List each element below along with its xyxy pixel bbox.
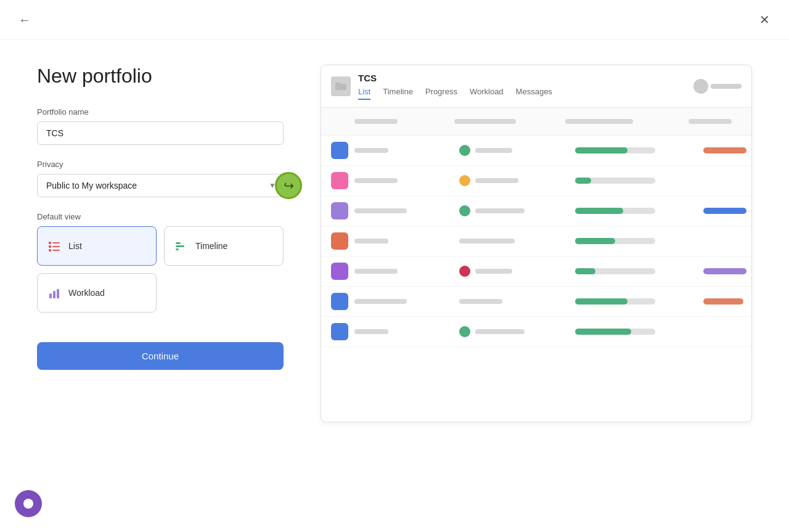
svg-rect-2 xyxy=(49,245,51,248)
col-project xyxy=(331,202,454,219)
col-project xyxy=(331,172,454,189)
assignee-avatar xyxy=(459,175,470,186)
preview-avatar-area xyxy=(693,79,742,94)
bottom-circle-button[interactable] xyxy=(15,490,42,517)
extra-bar xyxy=(703,298,743,305)
col-assignee xyxy=(459,239,570,243)
left-panel: New portfolio Portfolio name Privacy Pub… xyxy=(37,65,284,370)
col-progress xyxy=(575,208,698,214)
progress-fill xyxy=(575,208,623,214)
tab-progress[interactable]: Progress xyxy=(425,87,457,100)
col-assignee xyxy=(459,299,570,304)
privacy-group: Privacy Public to My workspace Private P… xyxy=(37,160,284,197)
col-assignee xyxy=(459,326,570,337)
svg-rect-7 xyxy=(176,245,184,247)
view-options-grid: List Timeline xyxy=(37,226,284,266)
extra-bar xyxy=(703,147,746,153)
col-extra xyxy=(703,208,746,214)
col-header-ph-1 xyxy=(354,119,398,124)
assignee-name-placeholder xyxy=(475,269,512,274)
view-card-list[interactable]: List xyxy=(37,226,157,266)
view-card-timeline[interactable]: Timeline xyxy=(164,226,284,266)
tab-list[interactable]: List xyxy=(358,87,370,100)
preview-panel: TCS List Timeline Progress Workload Mess… xyxy=(321,65,752,422)
privacy-row: Public to My workspace Private Public ▼ … xyxy=(37,174,284,197)
progress-track xyxy=(575,147,655,153)
preview-avatar xyxy=(693,79,708,94)
timeline-view-label: Timeline xyxy=(195,241,227,251)
svg-rect-4 xyxy=(49,249,51,252)
cursor-arrow-icon: ↩ xyxy=(284,178,294,193)
col-assignee xyxy=(459,266,570,277)
assignee-name-placeholder xyxy=(459,299,502,304)
col-project xyxy=(331,232,454,250)
col-progress xyxy=(575,268,698,274)
project-color-dot xyxy=(331,293,348,310)
table-row xyxy=(321,256,751,287)
content-area: New portfolio Portfolio name Privacy Pub… xyxy=(0,40,789,532)
assignee-avatar xyxy=(459,205,470,216)
list-view-icon xyxy=(47,239,61,253)
progress-fill xyxy=(575,268,595,274)
portfolio-name-group: Portfolio name xyxy=(37,107,284,145)
tab-workload[interactable]: Workload xyxy=(470,87,504,100)
assignee-name-placeholder xyxy=(475,148,512,153)
page-title: New portfolio xyxy=(37,65,284,88)
col-header-ph-2 xyxy=(454,119,516,124)
col-project xyxy=(331,263,454,280)
progress-track xyxy=(575,329,655,335)
bottom-circle-inner xyxy=(23,499,33,509)
col-header-assignee xyxy=(454,113,565,130)
col-header-ph-3 xyxy=(565,119,633,124)
timeline-view-icon xyxy=(174,239,188,253)
col-extra xyxy=(703,298,743,305)
table-row xyxy=(321,136,751,166)
col-assignee xyxy=(459,205,570,216)
progress-track xyxy=(575,208,655,214)
col-assignee xyxy=(459,145,570,156)
continue-button[interactable]: Continue xyxy=(37,342,284,370)
progress-fill xyxy=(575,238,615,244)
progress-track xyxy=(575,238,655,244)
view-card-workload[interactable]: Workload xyxy=(37,273,157,313)
table-row xyxy=(321,166,751,196)
table-row xyxy=(321,226,751,256)
project-color-dot xyxy=(331,323,348,340)
preview-tabs: List Timeline Progress Workload Messages xyxy=(358,87,686,100)
svg-rect-1 xyxy=(52,242,60,243)
preview-title: TCS xyxy=(358,73,686,83)
tab-messages[interactable]: Messages xyxy=(516,87,552,100)
col-progress xyxy=(575,147,698,153)
progress-track xyxy=(575,178,655,184)
assignee-name-placeholder xyxy=(459,239,515,243)
svg-rect-11 xyxy=(57,289,59,298)
preview-header: TCS List Timeline Progress Workload Mess… xyxy=(321,65,751,108)
portfolio-name-label: Portfolio name xyxy=(37,107,284,117)
progress-track xyxy=(575,298,655,305)
col-header-ph-4 xyxy=(689,119,732,124)
svg-rect-5 xyxy=(52,250,60,251)
col-extra xyxy=(703,147,746,153)
portfolio-name-input[interactable] xyxy=(37,121,284,145)
progress-fill xyxy=(575,329,631,335)
col-header-extra xyxy=(689,113,742,130)
table-row xyxy=(321,287,751,317)
project-name-placeholder xyxy=(354,178,398,183)
col-project xyxy=(331,142,454,159)
back-icon: ← xyxy=(18,13,31,27)
preview-folder-icon xyxy=(331,76,351,96)
project-name-placeholder xyxy=(354,208,407,213)
privacy-select[interactable]: Public to My workspace Private Public xyxy=(37,174,284,197)
back-button[interactable]: ← xyxy=(15,10,35,30)
preview-bar-placeholder xyxy=(711,84,742,89)
project-color-dot xyxy=(331,172,348,189)
preview-column-headers xyxy=(321,108,751,136)
assignee-avatar xyxy=(459,266,470,277)
project-color-dot xyxy=(331,142,348,159)
close-button[interactable]: ✕ xyxy=(754,10,774,30)
project-name-placeholder xyxy=(354,269,398,274)
col-header-project xyxy=(331,113,454,130)
col-progress xyxy=(575,329,698,335)
tab-timeline[interactable]: Timeline xyxy=(383,87,413,100)
assignee-avatar xyxy=(459,145,470,156)
